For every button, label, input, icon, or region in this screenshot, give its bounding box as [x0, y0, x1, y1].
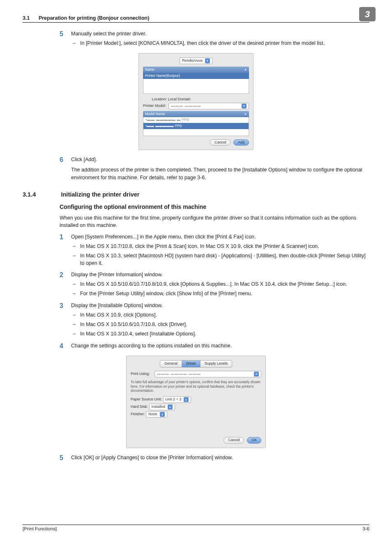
printer-model-select[interactable]: ▬▬▬ ▬▬▬▬ ▾: [168, 103, 249, 109]
print-using-label: Print Using:: [131, 372, 154, 377]
step-subtext: In Mac OS X 10.7/10.8, click the [Print …: [80, 243, 369, 250]
model-row-selected[interactable]: ▪▬▬ ▬▬▬▬▬ PPD: [143, 123, 249, 129]
step-subtext: In Mac OS X 10.5/10.6/10.7/10.8, click […: [80, 321, 369, 328]
arrow-icon: →: [71, 252, 80, 267]
model-name-header: Model Name ▲: [143, 111, 249, 117]
model-row[interactable]: ▪▬▬ ▬▬▬▬▬ ▬ PPD: [143, 117, 249, 123]
printer-name-row[interactable]: Printer Name(Bonjour): [143, 73, 249, 79]
location-value: Local Domain: [168, 97, 191, 101]
footer-right: 3-6: [362, 526, 369, 531]
section-number: 3.1: [23, 15, 30, 21]
arrow-icon: →: [71, 280, 80, 288]
finisher-select[interactable]: None ▾: [146, 411, 167, 418]
step-text: Display the [Printer Information] window…: [71, 271, 369, 279]
paper-source-value: Unit 2 + 3: [166, 397, 182, 402]
step-number: 5: [60, 30, 71, 38]
step-text: Display the [Installable Options] window…: [71, 302, 369, 310]
step-subtext: In [Printer Model:], select [KONICA MINO…: [80, 39, 369, 47]
tab-driver[interactable]: Driver: [182, 361, 201, 367]
header-left: 3.1 Preparation for printing (Bonjour co…: [23, 15, 149, 21]
paper-source-label: Paper Source Unit:: [131, 397, 162, 401]
section-title: Preparation for printing (Bonjour connec…: [39, 15, 149, 21]
name-column-header: Name ▲: [143, 67, 249, 73]
section-heading-title: Initializing the printer driver: [61, 191, 139, 198]
figure-driver-options: General Driver Supply Levels Print Using…: [126, 356, 266, 448]
tab-general[interactable]: General: [160, 361, 182, 367]
hard-disk-label: Hard Disk:: [131, 405, 148, 409]
location-label: Location:: [143, 97, 167, 102]
step-text: Click [Add].: [71, 156, 369, 164]
finisher-value: None: [148, 412, 157, 417]
step-number: 4: [60, 342, 71, 350]
rendezvous-select[interactable]: Rendezvous ▾: [180, 58, 212, 64]
section-paragraph: When you use this machine for the first …: [60, 214, 369, 229]
tab-supply-levels[interactable]: Supply Levels: [201, 361, 232, 367]
step-subtext: In Mac OS X 10.9, click [Options].: [80, 311, 369, 319]
step-text: Click [OK] or [Apply Changes] to close t…: [71, 454, 369, 462]
arrow-icon: →: [71, 321, 80, 328]
arrow-icon: →: [71, 39, 80, 47]
print-using-value: ▬▬▬ ▬▬▬▬ ▬▬▬: [157, 372, 251, 377]
rendezvous-value: Rendezvous: [182, 58, 203, 63]
hard-disk-select[interactable]: Installed ▾: [149, 404, 175, 410]
tab-bar: General Driver Supply Levels: [160, 360, 232, 368]
printer-model-value: ▬▬▬ ▬▬▬▬: [171, 104, 239, 109]
arrow-icon: →: [71, 311, 80, 319]
step-subtext: For the [Printer Setup Utility] window, …: [80, 290, 369, 298]
chapter-tab: 3: [359, 7, 376, 21]
step-subtext: In Mac OS X 10.3, select [Macintosh HD] …: [80, 252, 369, 267]
step-para: The addition process of the printer is t…: [71, 166, 369, 181]
step-text: Open [System Preferences...] in the Appl…: [71, 233, 369, 241]
arrow-icon: →: [71, 243, 80, 250]
printer-list-empty: [143, 79, 249, 94]
step-number: 3: [60, 302, 71, 310]
section-heading-number: 3.1.4: [23, 191, 60, 198]
step-number: 5: [60, 454, 71, 462]
arrow-icon: →: [71, 330, 80, 338]
figure-add-printer: Rendezvous ▾ Name ▲ Printer Name(Bonjour…: [138, 53, 254, 150]
section-heading: 3.1.4 Initializing the printer driver: [23, 191, 369, 198]
options-description: To take full advantage of your printer's…: [131, 380, 261, 393]
step-number: 1: [60, 233, 71, 241]
chevron-down-icon: ▾: [168, 405, 173, 409]
printer-model-label: Printer Model:: [143, 104, 168, 109]
step-text: Manually select the printer driver.: [71, 30, 369, 38]
page-footer: [Print Functions] 3-6: [23, 525, 369, 531]
chevron-down-icon: ▾: [160, 412, 165, 417]
arrow-icon: →: [71, 290, 80, 298]
paper-source-select[interactable]: Unit 2 + 3 ▾: [163, 396, 191, 403]
footer-left: [Print Functions]: [23, 526, 57, 531]
step-number: 6: [60, 156, 71, 164]
add-button[interactable]: Add: [233, 139, 249, 146]
hard-disk-value: Installed: [152, 405, 166, 409]
chevron-down-icon: ▾: [184, 397, 189, 402]
subsection-heading: Configuring the optional environment of …: [60, 204, 369, 210]
cancel-button[interactable]: Cancel: [210, 139, 231, 146]
step-subtext: In Mac OS X 10.5/10.6/10.7/10.8/10.9, cl…: [80, 280, 369, 288]
step-text: Change the settings according to the opt…: [71, 342, 369, 350]
chevron-down-icon: ▾: [254, 372, 259, 377]
chevron-down-icon: ▾: [205, 58, 210, 63]
print-using-select[interactable]: ▬▬▬ ▬▬▬▬ ▬▬▬ ▾: [154, 371, 261, 377]
step-subtext: In Mac OS X 10.3/10.4, select [Installab…: [80, 330, 369, 338]
step-number: 2: [60, 271, 71, 279]
finisher-label: Finisher:: [131, 412, 145, 416]
page-header: 3.1 Preparation for printing (Bonjour co…: [23, 14, 369, 23]
ok-button[interactable]: OK: [247, 437, 261, 444]
cancel-button[interactable]: Cancel: [224, 437, 244, 444]
chevron-down-icon: ▾: [242, 104, 247, 109]
